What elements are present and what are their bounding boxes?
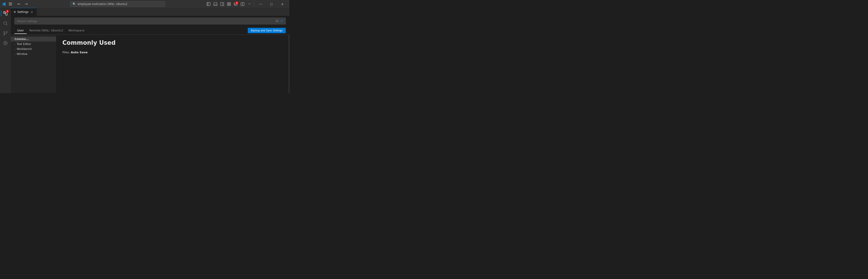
svg-rect-1: [207, 2, 210, 6]
sidebar-item-workbench[interactable]: › Workbench: [11, 46, 56, 52]
section-title: Commonly Used: [62, 39, 283, 46]
svg-line-18: [6, 24, 7, 25]
text-editor-label: Text Editor: [17, 42, 31, 45]
close-button[interactable]: ×: [277, 0, 287, 8]
settings-tabs-row: User Remote [WSL: Ubuntu] Workspace Back…: [11, 26, 289, 35]
maximize-button[interactable]: □: [266, 0, 277, 8]
settings-tab-user[interactable]: User: [14, 27, 27, 34]
settings-main: Commonly Used Files: Auto Save: [56, 35, 289, 93]
title-bar-right: 2 ··· — □ ×: [206, 0, 287, 8]
chevron-right-icon: ›: [14, 43, 16, 45]
sidebar-item-commonly-used[interactable]: Commo...: [11, 37, 56, 41]
filter-icon: [280, 20, 283, 23]
activity-source-control[interactable]: [1, 29, 10, 38]
settings-sidebar: Commo... › Text Editor › Workbench › Win…: [11, 35, 56, 93]
toggle-secondary-sidebar-button[interactable]: [219, 1, 225, 7]
commonly-used-label: Commo...: [14, 37, 29, 41]
toggle-primary-sidebar-button[interactable]: [206, 1, 212, 7]
search-icon: 🔍: [72, 2, 76, 6]
settings-tab-close[interactable]: ×: [30, 10, 34, 14]
settings-tab-icon: ⚙: [13, 10, 16, 13]
svg-marker-23: [5, 42, 6, 44]
settings-tab-workspace[interactable]: Workspace: [66, 27, 87, 34]
chevron-right-icon-2: ›: [14, 48, 16, 51]
svg-rect-2: [214, 2, 217, 6]
toggle-editor-layout-button[interactable]: [239, 1, 246, 7]
svg-rect-8: [227, 4, 229, 6]
setting-label-prefix: Files:: [62, 51, 71, 54]
toggle-panel-button[interactable]: [212, 1, 219, 7]
workbench-label: Workbench: [17, 48, 32, 51]
svg-rect-13: [4, 11, 5, 13]
svg-rect-7: [229, 2, 230, 4]
backup-sync-button[interactable]: Backup and Sync Settings: [248, 28, 286, 33]
title-bar-center: 🔍 employee-motivation [WSL: Ubuntu]: [31, 1, 204, 7]
sidebar-item-window[interactable]: › Window: [11, 52, 56, 57]
tab-bar: ⚙ Settings ×: [11, 8, 289, 16]
settings-tab-remote[interactable]: Remote [WSL: Ubuntu]: [27, 27, 66, 34]
settings-search-bar[interactable]: [14, 18, 286, 24]
forward-button[interactable]: →: [23, 1, 29, 7]
customize-layout-button[interactable]: [226, 1, 232, 7]
setting-label-autosave: Files: Auto Save: [62, 51, 88, 54]
minimize-button[interactable]: —: [255, 0, 266, 8]
chevron-right-icon-3: ›: [14, 53, 16, 55]
settings-tab[interactable]: ⚙ Settings ×: [11, 8, 37, 16]
settings-search-input[interactable]: [17, 20, 274, 23]
title-search-bar[interactable]: 🔍 employee-motivation [WSL: Ubuntu]: [70, 1, 165, 7]
svg-rect-9: [229, 4, 230, 6]
svg-point-20: [4, 31, 5, 33]
window-label: Window: [17, 53, 27, 56]
activity-bar: 1: [0, 8, 11, 93]
setting-label-value: Auto Save: [71, 51, 88, 54]
activity-search[interactable]: [1, 19, 10, 28]
editor-area: ⚙ Settings ×: [11, 8, 289, 93]
title-bar-nav: ← →: [16, 1, 29, 7]
more-actions-button[interactable]: ···: [246, 1, 252, 7]
hamburger-menu[interactable]: [8, 2, 13, 6]
title-search-text: employee-motivation [WSL: Ubuntu]: [78, 2, 162, 6]
svg-point-17: [4, 22, 7, 25]
title-bar: ← → 🔍 employee-motivation [WSL: Ubuntu]: [0, 0, 289, 8]
sidebar-item-text-editor[interactable]: › Text Editor: [11, 41, 56, 46]
activity-explorer[interactable]: 1: [1, 9, 10, 18]
activity-run[interactable]: [1, 39, 10, 48]
svg-rect-6: [227, 2, 229, 4]
svg-rect-14: [6, 12, 7, 15]
remote-badge: 2: [235, 1, 239, 4]
settings-content: User Remote [WSL: Ubuntu] Workspace Back…: [11, 16, 289, 93]
title-bar-left: [2, 2, 13, 6]
sort-icon: [276, 20, 279, 23]
vscode-logo: [2, 2, 6, 6]
svg-point-21: [6, 31, 7, 33]
settings-search-icons: [276, 20, 283, 23]
setting-item-autosave: Files: Auto Save: [62, 51, 283, 54]
explorer-badge: 1: [6, 10, 9, 13]
settings-tab-label: Settings: [18, 10, 29, 13]
svg-rect-0: [207, 2, 208, 6]
svg-rect-4: [221, 2, 224, 6]
main-area: 1: [0, 8, 289, 93]
back-button[interactable]: ←: [16, 1, 22, 7]
open-remote-window-button[interactable]: 2: [232, 1, 239, 7]
settings-body: Commo... › Text Editor › Workbench › Win…: [11, 35, 289, 93]
